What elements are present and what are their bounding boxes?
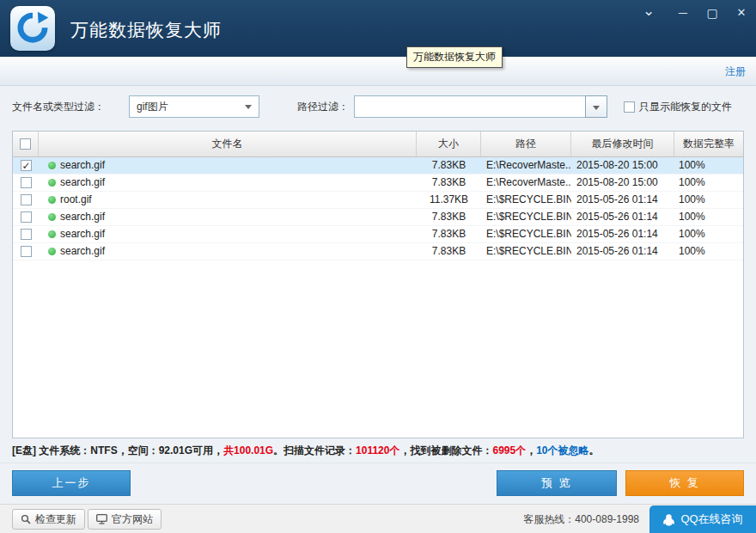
file-name-cell: root.gif <box>39 192 417 208</box>
tooltip: 万能数据恢复大师 <box>406 46 503 68</box>
chevron-down-icon <box>245 105 252 109</box>
check-update-button[interactable]: 检查更新 <box>12 509 85 530</box>
file-integrity: 100% <box>674 192 743 208</box>
path-filter-input[interactable] <box>354 95 586 118</box>
close-button[interactable]: ✕ <box>732 3 751 22</box>
file-modified: 2015-05-26 01:14 <box>571 226 674 242</box>
row-checkbox-cell <box>13 175 39 191</box>
file-status-icon <box>48 248 56 255</box>
app-title: 万能数据恢复大师 <box>70 18 222 42</box>
file-path: E:\RecoverMaste.. <box>481 157 571 174</box>
file-size: 11.37KB <box>417 192 481 208</box>
file-integrity: 100% <box>674 157 743 174</box>
file-table: 文件名 大小 路径 最后修改时间 数据完整率 search.gif 7.83KB… <box>12 131 744 438</box>
row-checkbox[interactable] <box>21 229 32 240</box>
col-header-integrity[interactable]: 数据完整率 <box>674 132 743 156</box>
file-name: search.gif <box>60 175 105 191</box>
checkbox-icon[interactable] <box>624 101 635 113</box>
file-name: search.gif <box>60 243 105 260</box>
row-checkbox[interactable] <box>21 211 32 223</box>
file-size: 7.83KB <box>417 226 481 242</box>
file-path: E:\$RECYCLE.BIN.. <box>481 243 571 260</box>
status-text: [E盘] 文件系统：NTFS，空间：92.01G可用，共100.01G。扫描文件… <box>12 444 600 458</box>
row-checkbox-cell <box>13 192 39 208</box>
status-segment: ，找到被删除文件： <box>399 444 492 456</box>
maximize-button[interactable]: ▢ <box>703 3 722 22</box>
file-modified: 2015-05-26 01:14 <box>571 209 674 225</box>
file-size: 7.83KB <box>417 175 481 191</box>
file-status-icon <box>48 162 56 169</box>
register-link[interactable]: 注册 <box>725 64 746 79</box>
previous-step-button[interactable]: 上一步 <box>12 470 131 496</box>
file-size: 7.83KB <box>417 157 481 174</box>
chevron-down-icon[interactable]: ⌄ <box>639 3 658 22</box>
type-filter-dropdown[interactable]: gif图片 <box>129 95 259 118</box>
preview-button[interactable]: 预 览 <box>497 470 617 496</box>
file-status-icon <box>48 213 56 221</box>
file-integrity: 100% <box>674 209 743 225</box>
file-name: search.gif <box>60 226 105 242</box>
row-checkbox[interactable] <box>21 246 32 257</box>
col-header-filename[interactable]: 文件名 <box>39 132 417 156</box>
file-name: search.gif <box>60 209 105 225</box>
qq-support-button[interactable]: QQ在线咨询 <box>649 505 756 533</box>
status-segment: 6995个 <box>492 444 526 456</box>
footer: 检查更新 官方网站 客服热线：400-089-1998 QQ在线咨询 <box>0 504 756 533</box>
status-segment: 。扫描文件记录： <box>273 444 356 456</box>
status-segment: 101120个 <box>356 444 399 456</box>
file-status-icon <box>48 230 56 238</box>
recoverable-only-checkbox[interactable]: 只显示能恢复的文件 <box>624 86 732 127</box>
file-path: E:\$RECYCLE.BIN.. <box>481 209 571 225</box>
row-checkbox-cell <box>13 243 39 260</box>
official-site-label: 官方网站 <box>112 512 153 527</box>
file-integrity: 100% <box>674 243 743 260</box>
col-header-modified[interactable]: 最后修改时间 <box>571 132 674 156</box>
hotline-text: 客服热线：400-089-1998 <box>523 505 639 533</box>
table-header: 文件名 大小 路径 最后修改时间 数据完整率 <box>13 132 743 157</box>
row-checkbox-cell <box>13 226 39 242</box>
select-all-checkbox[interactable] <box>20 138 31 150</box>
website-icon <box>96 514 107 524</box>
status-segment: 。 <box>589 444 600 456</box>
col-header-path[interactable]: 路径 <box>481 132 571 156</box>
file-name: root.gif <box>60 192 92 208</box>
status-segment: [E盘] 文件系统：NTFS，空间：92.01G可用， <box>12 444 223 456</box>
file-modified: 2015-08-20 15:00 <box>571 175 674 191</box>
col-header-size[interactable]: 大小 <box>417 132 481 156</box>
qq-support-label: QQ在线咨询 <box>680 512 742 527</box>
row-checkbox[interactable] <box>21 177 32 188</box>
table-row[interactable]: search.gif 7.83KB E:\$RECYCLE.BIN.. 2015… <box>13 243 743 260</box>
table-row[interactable]: search.gif 7.83KB E:\RecoverMaste.. 2015… <box>13 157 743 175</box>
file-status-icon <box>48 179 56 187</box>
file-name-cell: search.gif <box>39 175 417 191</box>
file-modified: 2015-05-26 01:14 <box>571 243 674 260</box>
qq-icon <box>662 513 675 526</box>
app-window: 万能数据恢复大师 ⌄ ─ ▢ ✕ 万能数据恢复大师 注册 文件名或类型过滤： g… <box>0 0 756 533</box>
table-body: search.gif 7.83KB E:\RecoverMaste.. 2015… <box>13 157 743 438</box>
row-checkbox[interactable] <box>21 160 32 171</box>
file-integrity: 100% <box>674 226 743 242</box>
table-row[interactable]: root.gif 11.37KB E:\$RECYCLE.BIN.. 2015-… <box>13 192 743 209</box>
official-site-button[interactable]: 官方网站 <box>88 509 162 530</box>
path-filter-dropdown-button[interactable] <box>585 95 607 118</box>
file-name-cell: search.gif <box>39 209 417 225</box>
table-row[interactable]: search.gif 7.83KB E:\$RECYCLE.BIN.. 2015… <box>13 209 743 226</box>
recover-button[interactable]: 恢 复 <box>625 470 744 496</box>
row-checkbox-cell <box>13 209 39 225</box>
filter-bar: 文件名或类型过滤： gif图片 路径过滤： 只显示能恢复的文件 <box>0 86 756 127</box>
file-path: E:\$RECYCLE.BIN.. <box>481 192 571 208</box>
table-row[interactable]: search.gif 7.83KB E:\$RECYCLE.BIN.. 2015… <box>13 226 743 243</box>
window-controls: ⌄ ─ ▢ ✕ <box>639 3 751 22</box>
table-row[interactable]: search.gif 7.83KB E:\RecoverMaste.. 2015… <box>13 175 743 192</box>
file-size: 7.83KB <box>417 243 481 260</box>
status-segment: 共100.01G <box>223 444 273 456</box>
file-integrity: 100% <box>674 175 743 191</box>
check-update-label: 检查更新 <box>35 512 76 527</box>
select-all-cell <box>13 132 39 156</box>
recoverable-only-label: 只显示能恢复的文件 <box>639 100 732 114</box>
file-size: 7.83KB <box>417 209 481 225</box>
file-name-cell: search.gif <box>39 226 417 242</box>
file-path: E:\RecoverMaste.. <box>481 175 571 191</box>
minimize-button[interactable]: ─ <box>674 3 692 22</box>
row-checkbox[interactable] <box>21 194 32 205</box>
